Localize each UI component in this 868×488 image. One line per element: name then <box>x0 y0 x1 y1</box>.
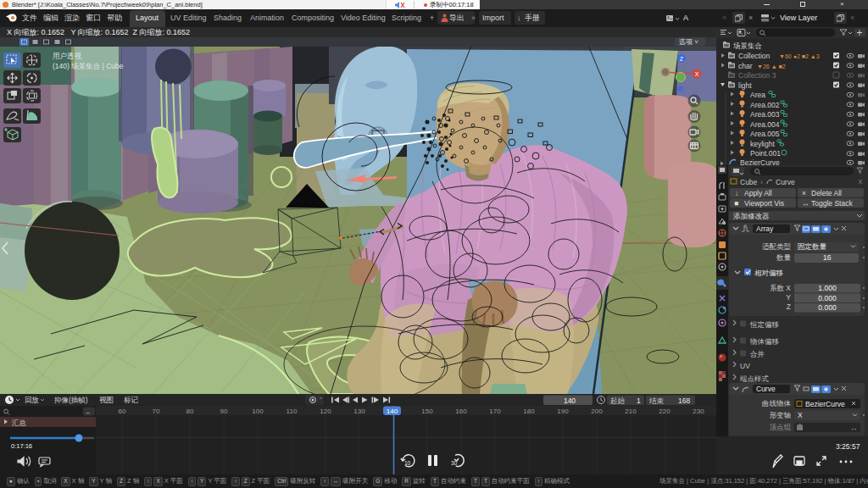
svg-text:端点样式: 端点样式 <box>739 374 769 383</box>
svg-text:固定数量: 固定数量 <box>798 242 827 251</box>
svg-text:140: 140 <box>387 408 398 415</box>
svg-text:16: 16 <box>823 253 832 262</box>
svg-text:80: 80 <box>186 408 194 415</box>
svg-text:Collection: Collection <box>738 52 771 60</box>
svg-text:X: X <box>695 71 699 77</box>
svg-text:系数 X: 系数 X <box>770 284 791 292</box>
svg-text:Area.004: Area.004 <box>750 120 780 129</box>
svg-text:▼26 ▲ ■2: ▼26 ▲ ■2 <box>757 64 786 69</box>
svg-text:Viewport Vis: Viewport Vis <box>744 199 784 208</box>
svg-text:0.000: 0.000 <box>818 294 837 302</box>
svg-text:结束: 结束 <box>649 396 665 405</box>
svg-text:曲线物体: 曲线物体 <box>762 399 792 408</box>
svg-text:Apply All: Apply All <box>744 189 772 197</box>
svg-text:↔: ↔ <box>802 199 810 208</box>
svg-text:汇总: 汇总 <box>12 419 27 427</box>
svg-text:160: 160 <box>455 408 467 415</box>
svg-text:›: › <box>760 178 763 186</box>
svg-text:起始: 起始 <box>610 396 626 405</box>
svg-text:220: 220 <box>659 408 670 415</box>
svg-text:场景集合: 场景集合 <box>732 42 762 50</box>
svg-text:120: 120 <box>320 408 331 415</box>
svg-text:0:17:16: 0:17:16 <box>11 442 32 450</box>
svg-text:0.000: 0.000 <box>818 303 837 312</box>
svg-text:相对偏移: 相对偏移 <box>754 269 783 277</box>
svg-text:1: 1 <box>637 396 641 405</box>
svg-text:Area.005: Area.005 <box>750 130 780 138</box>
svg-text:恒定偏移: 恒定偏移 <box>749 320 779 329</box>
svg-text:170: 170 <box>489 408 501 415</box>
svg-text:130: 130 <box>353 408 365 415</box>
svg-text:Area.002: Area.002 <box>750 101 780 109</box>
svg-text:添加修改器: 添加修改器 <box>733 212 770 220</box>
svg-text:(140) 场景集合 | Cube: (140) 场景集合 | Cube <box>53 62 124 70</box>
svg-text:Collection 3: Collection 3 <box>738 71 776 80</box>
svg-text:数量: 数量 <box>776 253 792 262</box>
svg-text:标记: 标记 <box>124 396 139 404</box>
svg-text:×: × <box>802 189 806 197</box>
svg-text:light: light <box>738 81 752 90</box>
svg-text:用户透视: 用户透视 <box>53 52 82 60</box>
svg-text:Curve: Curve <box>756 385 776 393</box>
svg-text:60: 60 <box>119 408 126 415</box>
svg-text:Area: Area <box>750 91 765 99</box>
svg-text:168: 168 <box>678 396 690 405</box>
svg-text:3:25:57: 3:25:57 <box>836 442 860 451</box>
svg-text:Area.003: Area.003 <box>750 110 780 119</box>
svg-text:形变轴: 形变轴 <box>770 411 792 419</box>
svg-text:150: 150 <box>421 408 433 415</box>
svg-text:回放: 回放 <box>25 396 39 404</box>
svg-text:适配类型: 适配类型 <box>762 242 792 251</box>
svg-text:■: ■ <box>734 199 738 208</box>
svg-text:↔: ↔ <box>850 424 858 432</box>
svg-text:70: 70 <box>153 408 160 415</box>
svg-text:↓: ↓ <box>735 189 738 197</box>
svg-text:110: 110 <box>287 408 298 415</box>
svg-text:keylight: keylight <box>750 140 775 148</box>
svg-text:Y: Y <box>786 293 791 302</box>
svg-text:顶点组: 顶点组 <box>770 423 792 431</box>
svg-text:1.000: 1.000 <box>818 284 837 292</box>
svg-text:190: 190 <box>557 408 569 415</box>
svg-text:Point.001: Point.001 <box>750 149 781 158</box>
svg-text:Curve: Curve <box>776 178 795 186</box>
svg-text:Array: Array <box>756 225 774 233</box>
svg-text:Z: Z <box>787 302 791 311</box>
svg-text:▼60 ●2 ■2 ▲3: ▼60 ●2 ■2 ▲3 <box>779 53 820 59</box>
svg-text:选项 ˅: 选项 ˅ <box>679 38 698 46</box>
svg-text:100: 100 <box>252 408 264 415</box>
svg-text:230: 230 <box>693 408 704 415</box>
svg-text:30: 30 <box>451 460 458 466</box>
svg-text:Delete All: Delete All <box>811 189 842 197</box>
svg-text:X: X <box>798 411 803 419</box>
svg-text:Cube: Cube <box>740 178 758 186</box>
svg-text:10: 10 <box>404 460 411 466</box>
svg-text:char: char <box>738 62 753 70</box>
svg-text:Y: Y <box>682 66 687 72</box>
svg-text:抑像(插帧): 抑像(插帧) <box>54 396 88 404</box>
svg-text:BezierCurve: BezierCurve <box>805 400 845 408</box>
svg-text:210: 210 <box>625 408 637 415</box>
svg-text:180: 180 <box>523 408 535 415</box>
svg-text:合并: 合并 <box>749 350 765 358</box>
svg-text:Z: Z <box>680 56 684 62</box>
svg-text:200: 200 <box>591 408 603 415</box>
svg-text:物体偏移: 物体偏移 <box>749 337 779 346</box>
svg-text:140: 140 <box>564 396 576 405</box>
svg-text:Toggle Stack: Toggle Stack <box>811 199 853 208</box>
svg-text:90: 90 <box>220 408 228 415</box>
svg-text:视图: 视图 <box>99 396 114 404</box>
svg-text:↔: ↔ <box>85 408 92 416</box>
svg-text:UV: UV <box>740 362 750 370</box>
